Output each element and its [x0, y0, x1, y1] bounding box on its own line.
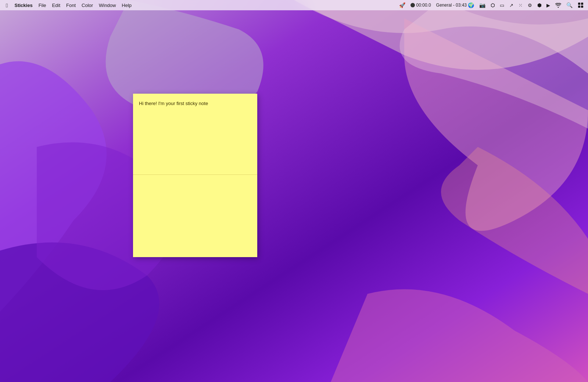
svg-rect-3: [578, 6, 580, 8]
sticky-text[interactable]: Hi there! I'm your first sticky note: [139, 100, 251, 107]
svg-rect-4: [581, 6, 583, 8]
menu-edit[interactable]: Edit: [49, 2, 63, 9]
recording-indicator[interactable]: 00:00.0: [409, 2, 433, 8]
rocket-icon[interactable]: 🚀: [398, 1, 407, 9]
play-icon[interactable]: ▶: [545, 2, 552, 9]
camera-icon[interactable]: 📷: [478, 1, 487, 9]
sticky-note[interactable]: Hi there! I'm your first sticky note: [133, 94, 257, 257]
wallpaper: [0, 0, 588, 382]
menu-file[interactable]: File: [36, 2, 49, 9]
svg-rect-2: [581, 3, 583, 5]
annotate-icon[interactable]: ↗: [508, 2, 515, 9]
apple-menu[interactable]: : [3, 1, 11, 9]
status-text: General - 03:43 🌍: [435, 1, 476, 9]
apps-icon[interactable]: ⁙: [517, 2, 524, 9]
bluetooth-icon[interactable]: ⬢: [536, 2, 543, 9]
recording-dot: [410, 3, 415, 7]
menu-color[interactable]: Color: [79, 2, 96, 9]
layers-icon[interactable]: ⬡: [489, 2, 496, 9]
menu-window[interactable]: Window: [96, 2, 119, 9]
menubar:  Stickies File Edit Font Color Window H…: [0, 0, 588, 10]
recording-time: 00:00.0: [416, 3, 431, 8]
wifi-icon[interactable]: [554, 2, 563, 8]
menu-font[interactable]: Font: [63, 2, 79, 9]
sticky-note-bottom[interactable]: [133, 175, 257, 257]
status-label: General - 03:43: [436, 3, 467, 8]
tools-icon[interactable]: ⚙: [526, 2, 534, 9]
display-icon[interactable]: ▭: [498, 2, 506, 9]
app-name[interactable]: Stickies: [11, 2, 35, 9]
menubar-left:  Stickies File Edit Font Color Window H…: [3, 1, 135, 9]
control-center-icon[interactable]: [576, 1, 585, 9]
sticky-note-top: Hi there! I'm your first sticky note: [133, 94, 257, 174]
menu-help[interactable]: Help: [119, 2, 135, 9]
svg-rect-1: [578, 3, 580, 5]
world-icon: 🌍: [468, 2, 474, 8]
wallpaper-svg: [0, 0, 588, 382]
menubar-right: 🚀 00:00.0 General - 03:43 🌍 📷 ⬡ ▭ ↗ ⁙ ⚙ …: [398, 1, 585, 9]
search-icon[interactable]: 🔍: [565, 1, 574, 9]
